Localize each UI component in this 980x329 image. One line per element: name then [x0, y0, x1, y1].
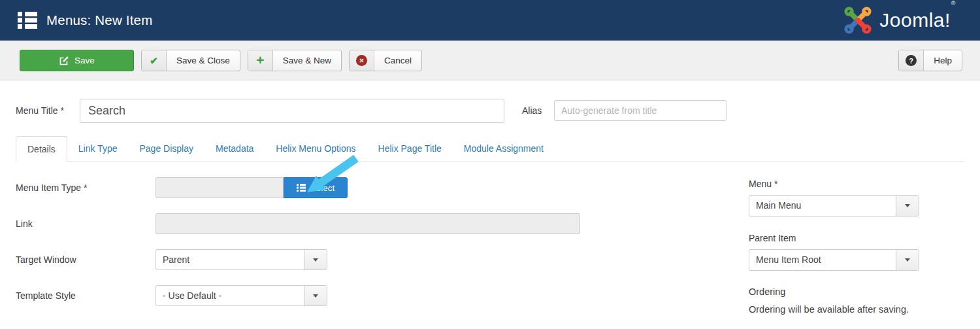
alias-input[interactable] — [554, 100, 727, 121]
toolbar-help: ? Help — [898, 50, 962, 71]
tab-helix-menu-options[interactable]: Helix Menu Options — [265, 136, 367, 162]
joomla-logo-text: Joomla!® — [879, 9, 955, 31]
tab-page-display[interactable]: Page Display — [128, 136, 204, 162]
question-mark-icon: ? — [899, 50, 924, 71]
tab-module-assignment[interactable]: Module Assignment — [453, 136, 555, 162]
page-title: Menus: New Item — [46, 0, 153, 41]
dropdown-caret-button[interactable] — [304, 250, 327, 269]
list-icon — [297, 184, 306, 192]
toolbar-buttons: Save ✔ Save & Close + Save & New ✕ Cance… — [20, 50, 422, 71]
dropdown-caret-button[interactable] — [896, 196, 919, 216]
template-style-label: Template Style — [16, 290, 76, 301]
toolbar: Save ✔ Save & Close + Save & New ✕ Cance… — [0, 41, 980, 80]
menu-select[interactable]: Main Menu — [749, 195, 919, 216]
save-button-label: Save — [74, 56, 95, 65]
menu-title-input[interactable] — [80, 99, 504, 123]
menus-list-icon — [18, 12, 37, 31]
save-close-button[interactable]: ✔ Save & Close — [141, 50, 240, 71]
parent-item-label: Parent Item — [749, 233, 796, 243]
dropdown-caret-button[interactable] — [304, 286, 327, 305]
save-new-label: Save & New — [273, 56, 341, 65]
help-button[interactable]: ? Help — [898, 50, 962, 71]
tab-link-type[interactable]: Link Type — [67, 136, 129, 162]
select-button-label: Select — [310, 183, 335, 193]
chevron-down-icon — [313, 294, 318, 298]
tab-helix-page-title[interactable]: Helix Page Title — [367, 136, 453, 162]
parent-item-value: Menu Item Root — [756, 250, 821, 270]
cancel-label: Cancel — [374, 56, 421, 65]
admin-header: Menus: New Item Joomla!® — [0, 0, 980, 41]
help-label: Help — [924, 56, 962, 65]
save-close-label: Save & Close — [167, 56, 240, 65]
template-style-value: - Use Default - — [163, 286, 221, 305]
parent-item-select[interactable]: Menu Item Root — [749, 249, 919, 271]
target-window-select[interactable]: Parent — [155, 249, 327, 270]
tab-bar: Details Link Type Page Display Metadata … — [16, 136, 555, 162]
menu-value: Main Menu — [756, 196, 801, 216]
template-style-select[interactable]: - Use Default - — [155, 285, 327, 306]
menu-title-label: Menu Title * — [16, 105, 64, 116]
tab-metadata[interactable]: Metadata — [204, 136, 265, 162]
edit-pencil-icon — [59, 56, 69, 66]
registered-mark: ® — [951, 0, 956, 7]
target-window-value: Parent — [163, 250, 189, 269]
target-window-label: Target Window — [16, 254, 76, 265]
chevron-down-icon — [905, 204, 910, 207]
chevron-down-icon — [905, 258, 910, 262]
link-input — [155, 213, 580, 234]
dropdown-caret-button[interactable] — [896, 250, 919, 270]
save-button[interactable]: Save — [20, 50, 134, 71]
select-menu-item-type-button[interactable]: Select — [284, 177, 348, 198]
check-icon: ✔ — [142, 50, 167, 71]
save-new-button[interactable]: + Save & New — [248, 50, 342, 71]
ordering-label: Ordering — [749, 286, 785, 297]
cancel-button[interactable]: ✕ Cancel — [349, 50, 422, 71]
menu-label: Menu * — [749, 179, 777, 189]
menu-item-type-input — [155, 177, 284, 198]
menu-item-type-label: Menu Item Type * — [16, 182, 87, 193]
alias-label: Alias — [522, 105, 542, 116]
link-label: Link — [16, 218, 33, 229]
chevron-down-icon — [313, 258, 318, 262]
joomla-admin-screen: Menus: New Item Joomla!® — [0, 0, 980, 329]
joomla-logo: Joomla!® — [843, 6, 955, 35]
plus-icon: + — [248, 50, 273, 71]
joomla-logo-mark — [843, 6, 873, 35]
tab-details[interactable]: Details — [16, 136, 67, 162]
ordering-note: Ordering will be available after saving. — [749, 304, 909, 315]
cancel-circle-icon: ✕ — [350, 50, 374, 71]
